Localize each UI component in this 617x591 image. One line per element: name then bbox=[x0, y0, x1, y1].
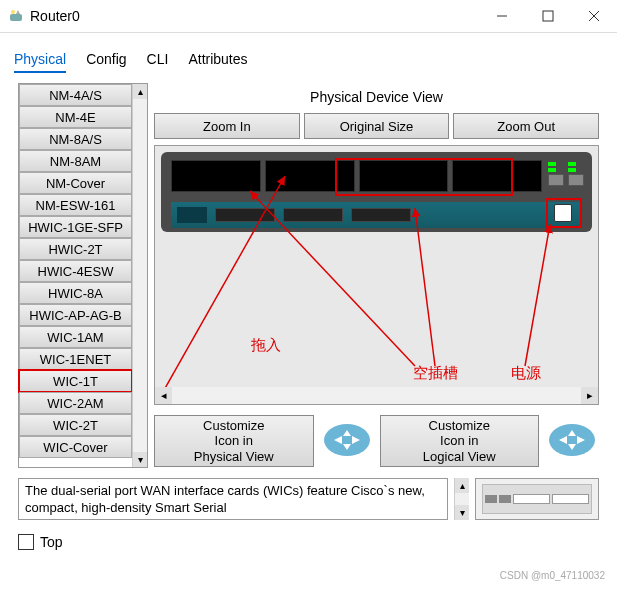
modules-list: NM-4A/SNM-4ENM-8A/SNM-8AMNM-CoverNM-ESW-… bbox=[19, 84, 132, 467]
router-chassis[interactable] bbox=[161, 152, 592, 232]
svg-line-9 bbox=[525, 224, 550, 366]
svg-point-11 bbox=[549, 424, 595, 456]
scroll-up-icon[interactable]: ▴ bbox=[455, 478, 469, 493]
ethernet-port[interactable] bbox=[548, 174, 564, 186]
router-physical-icon[interactable] bbox=[320, 415, 374, 465]
cisco-logo bbox=[177, 207, 207, 223]
router-logical-icon[interactable] bbox=[545, 415, 599, 465]
module-item[interactable]: WIC-1ENET bbox=[19, 348, 132, 370]
power-highlight bbox=[546, 198, 582, 228]
window-controls bbox=[479, 0, 617, 32]
modules-scrollbar[interactable]: ▴ ▾ bbox=[132, 84, 147, 467]
annotation-power: 电源 bbox=[511, 364, 541, 383]
chassis-lower-strip bbox=[171, 202, 582, 228]
zoom-in-button[interactable]: Zoom In bbox=[154, 113, 300, 139]
top-checkbox-label[interactable]: Top bbox=[40, 534, 63, 550]
preview-label bbox=[552, 494, 589, 504]
module-item[interactable]: HWIC-4ESW bbox=[19, 260, 132, 282]
scroll-down-icon[interactable]: ▾ bbox=[133, 452, 147, 467]
svg-point-1 bbox=[11, 10, 15, 14]
device-hscrollbar[interactable]: ◂ ▸ bbox=[155, 387, 598, 404]
module-item[interactable]: NM-4A/S bbox=[19, 84, 132, 106]
module-item[interactable]: WIC-2T bbox=[19, 414, 132, 436]
hscroll-right-icon[interactable]: ▸ bbox=[581, 387, 598, 404]
expansion-slot[interactable] bbox=[171, 160, 261, 192]
module-item[interactable]: NM-ESW-161 bbox=[19, 194, 132, 216]
preview-port bbox=[485, 495, 497, 503]
wic-slot[interactable] bbox=[351, 208, 411, 222]
tab-bar: Physical Config CLI Attributes bbox=[0, 33, 617, 83]
customize-logical-icon-button[interactable]: Customize Icon in Logical View bbox=[380, 415, 540, 467]
modules-panel: NM-4A/SNM-4ENM-8A/SNM-8AMNM-CoverNM-ESW-… bbox=[18, 83, 148, 468]
annotation-empty-slot: 空插槽 bbox=[413, 364, 458, 383]
scroll-track[interactable] bbox=[133, 99, 147, 452]
tab-physical[interactable]: Physical bbox=[14, 51, 66, 73]
module-item[interactable]: HWIC-8A bbox=[19, 282, 132, 304]
device-view-area[interactable]: 拖入 空插槽 电源 ◂ ▸ bbox=[154, 145, 599, 405]
router-app-icon bbox=[8, 8, 24, 24]
customize-physical-icon-button[interactable]: Customize Icon in Physical View bbox=[154, 415, 314, 467]
device-view-title: Physical Device View bbox=[154, 89, 599, 105]
scroll-down-icon[interactable]: ▾ bbox=[455, 505, 469, 520]
original-size-button[interactable]: Original Size bbox=[304, 113, 450, 139]
tab-config[interactable]: Config bbox=[86, 51, 126, 73]
hscroll-left-icon[interactable]: ◂ bbox=[155, 387, 172, 404]
scroll-up-icon[interactable]: ▴ bbox=[133, 84, 147, 99]
svg-rect-0 bbox=[10, 14, 22, 21]
module-item[interactable]: NM-4E bbox=[19, 106, 132, 128]
description-scrollbar[interactable]: ▴ ▾ bbox=[454, 478, 469, 520]
svg-point-10 bbox=[324, 424, 370, 456]
module-preview[interactable] bbox=[475, 478, 599, 520]
module-item[interactable]: WIC-Cover bbox=[19, 436, 132, 458]
module-description: The dual-serial port WAN interface cards… bbox=[18, 478, 448, 520]
empty-slot-highlight bbox=[335, 158, 513, 196]
ethernet-port[interactable] bbox=[568, 174, 584, 186]
tab-attributes[interactable]: Attributes bbox=[188, 51, 247, 73]
close-button[interactable] bbox=[571, 0, 617, 32]
tab-cli[interactable]: CLI bbox=[147, 51, 169, 73]
zoom-out-button[interactable]: Zoom Out bbox=[453, 113, 599, 139]
minimize-button[interactable] bbox=[479, 0, 525, 32]
preview-label bbox=[513, 494, 550, 504]
module-item[interactable]: WIC-1AM bbox=[19, 326, 132, 348]
module-item[interactable]: HWIC-2T bbox=[19, 238, 132, 260]
annotation-drag-in: 拖入 bbox=[251, 336, 281, 355]
module-item[interactable]: NM-8A/S bbox=[19, 128, 132, 150]
module-item[interactable]: WIC-2AM bbox=[19, 392, 132, 414]
watermark: CSDN @m0_47110032 bbox=[500, 570, 605, 581]
preview-port bbox=[499, 495, 511, 503]
module-item[interactable]: WIC-1T bbox=[19, 370, 132, 392]
window-titlebar: Router0 bbox=[0, 0, 617, 33]
hscroll-track[interactable] bbox=[172, 387, 581, 404]
module-item[interactable]: NM-Cover bbox=[19, 172, 132, 194]
module-item[interactable]: NM-8AM bbox=[19, 150, 132, 172]
top-checkbox[interactable] bbox=[18, 534, 34, 550]
wic-slot[interactable] bbox=[215, 208, 275, 222]
maximize-button[interactable] bbox=[525, 0, 571, 32]
module-item[interactable]: HWIC-1GE-SFP bbox=[19, 216, 132, 238]
wic-slot[interactable] bbox=[283, 208, 343, 222]
svg-rect-3 bbox=[543, 11, 553, 21]
window-title: Router0 bbox=[30, 8, 479, 24]
module-item[interactable]: HWIC-AP-AG-B bbox=[19, 304, 132, 326]
